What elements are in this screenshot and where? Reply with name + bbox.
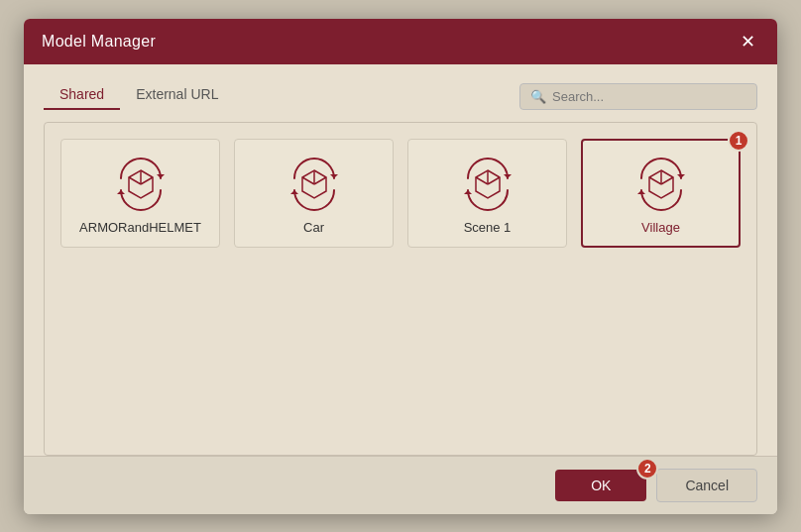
model-item-village[interactable]: 1 Village bbox=[581, 139, 741, 248]
model-item-armor[interactable]: ARMORandHELMET bbox=[60, 139, 220, 248]
close-button[interactable]: ✕ bbox=[737, 31, 759, 53]
ok-button[interactable]: OK 2 bbox=[555, 470, 646, 501]
model-item-car[interactable]: Car bbox=[234, 139, 394, 248]
dialog-body: Shared External URL 🔍 bbox=[24, 64, 777, 456]
svg-line-20 bbox=[661, 177, 673, 184]
model-manager-dialog: Model Manager ✕ Shared External URL 🔍 bbox=[24, 19, 777, 514]
tab-shared[interactable]: Shared bbox=[44, 80, 120, 110]
svg-line-2 bbox=[141, 177, 153, 184]
svg-marker-22 bbox=[677, 174, 685, 178]
model-label-scene1: Scene 1 bbox=[464, 220, 512, 235]
dialog-footer: OK 2 Cancel bbox=[24, 456, 777, 514]
model-label-armor: ARMORandHELMET bbox=[79, 220, 201, 235]
svg-line-14 bbox=[488, 177, 500, 184]
dialog-header: Model Manager ✕ bbox=[24, 19, 777, 64]
svg-marker-10 bbox=[330, 174, 338, 178]
svg-marker-4 bbox=[157, 174, 165, 178]
ok-badge: 2 bbox=[636, 458, 658, 479]
village-badge: 1 bbox=[728, 130, 749, 152]
model-grid: ARMORandHELMET bbox=[60, 139, 741, 248]
model-grid-area: ARMORandHELMET bbox=[44, 122, 757, 456]
svg-line-9 bbox=[302, 177, 314, 184]
svg-marker-17 bbox=[464, 190, 472, 194]
ok-label: OK bbox=[591, 478, 611, 493]
search-icon: 🔍 bbox=[530, 89, 546, 104]
svg-line-3 bbox=[129, 177, 141, 184]
search-box: 🔍 bbox=[519, 83, 757, 110]
svg-marker-11 bbox=[290, 190, 298, 194]
tab-bar: Shared External URL bbox=[44, 80, 234, 110]
svg-line-21 bbox=[649, 177, 661, 184]
svg-marker-23 bbox=[637, 190, 645, 194]
svg-marker-16 bbox=[504, 174, 512, 178]
model-item-scene1[interactable]: Scene 1 bbox=[407, 139, 567, 248]
svg-marker-5 bbox=[117, 190, 125, 194]
model-label-car: Car bbox=[303, 220, 324, 235]
model-label-village: Village bbox=[641, 220, 680, 235]
svg-line-8 bbox=[314, 177, 326, 184]
cancel-button[interactable]: Cancel bbox=[656, 469, 757, 502]
tabs-and-search-row: Shared External URL 🔍 bbox=[44, 80, 757, 110]
dialog-title: Model Manager bbox=[42, 33, 156, 51]
tab-external-url[interactable]: External URL bbox=[120, 80, 234, 110]
search-input[interactable] bbox=[552, 89, 746, 104]
svg-line-15 bbox=[476, 177, 488, 184]
